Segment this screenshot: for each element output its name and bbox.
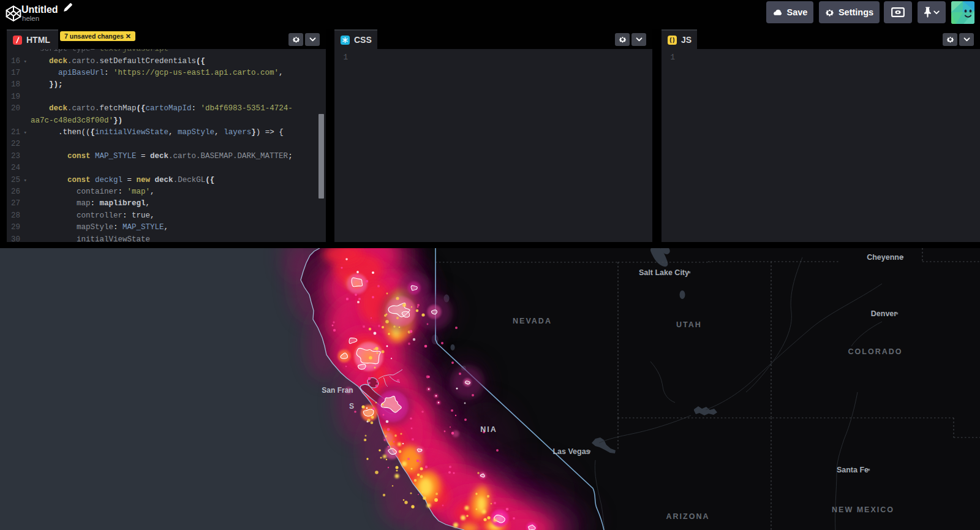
svg-text:Denver: Denver <box>871 309 897 318</box>
svg-text:Santa Fe: Santa Fe <box>837 466 869 474</box>
svg-text:NEVADA: NEVADA <box>513 317 552 325</box>
svg-text:Salt Lake City: Salt Lake City <box>639 268 689 277</box>
svg-text:San Fran: San Fran <box>322 386 353 395</box>
svg-text:Las Vegas: Las Vegas <box>552 447 590 456</box>
svg-text:COLORADO: COLORADO <box>848 347 903 356</box>
svg-text:NIA: NIA <box>480 425 497 434</box>
svg-text:UTAH: UTAH <box>676 320 702 329</box>
svg-text:Cheyenne: Cheyenne <box>867 253 903 262</box>
svg-text:S: S <box>349 402 354 411</box>
svg-text:ARIZONA: ARIZONA <box>666 512 710 521</box>
svg-text:NEW MEXICO: NEW MEXICO <box>832 505 894 514</box>
